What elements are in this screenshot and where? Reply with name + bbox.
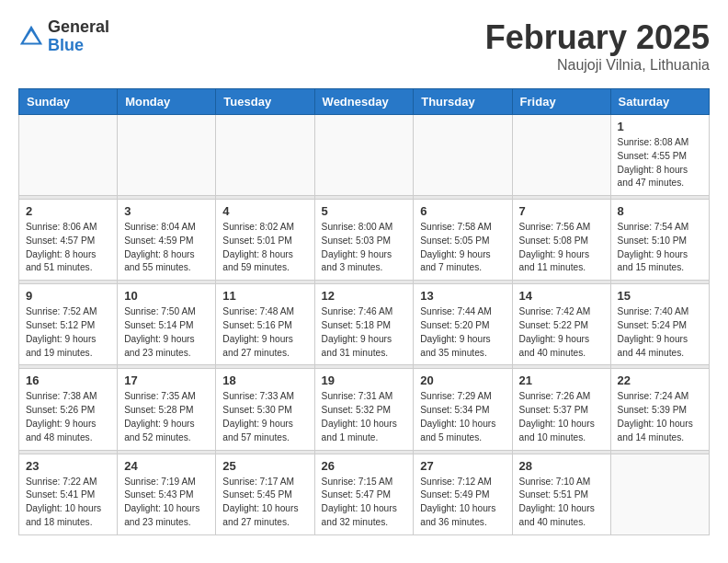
calendar-cell: 3Sunrise: 8:04 AM Sunset: 4:59 PM Daylig…: [118, 200, 216, 281]
day-number: 26: [322, 459, 407, 473]
day-number: 5: [322, 204, 407, 218]
calendar-cell: 19Sunrise: 7:31 AM Sunset: 5:32 PM Dayli…: [314, 369, 414, 450]
day-number: 9: [26, 289, 110, 303]
day-info: Sunrise: 7:22 AM Sunset: 5:41 PM Dayligh…: [26, 476, 110, 530]
day-info: Sunrise: 7:29 AM Sunset: 5:34 PM Dayligh…: [420, 390, 505, 444]
day-info: Sunrise: 7:44 AM Sunset: 5:20 PM Dayligh…: [420, 305, 505, 360]
day-info: Sunrise: 7:42 AM Sunset: 5:22 PM Dayligh…: [519, 305, 604, 360]
page-header: General Blue February 2025 Naujoji Vilni…: [18, 18, 710, 74]
month-title: February 2025: [485, 18, 710, 57]
calendar-week-1: 1Sunrise: 8:08 AM Sunset: 4:55 PM Daylig…: [19, 115, 710, 196]
day-number: 12: [322, 289, 407, 303]
day-number: 7: [519, 204, 604, 218]
day-number: 16: [26, 373, 110, 387]
calendar-cell: 22Sunrise: 7:24 AM Sunset: 5:39 PM Dayli…: [610, 369, 709, 450]
calendar-cell: [216, 115, 314, 196]
day-info: Sunrise: 8:04 AM Sunset: 4:59 PM Dayligh…: [124, 221, 209, 275]
calendar-cell: [512, 115, 610, 196]
calendar-cell: 15Sunrise: 7:40 AM Sunset: 5:24 PM Dayli…: [610, 284, 709, 365]
day-number: 19: [322, 373, 407, 387]
day-info: Sunrise: 7:46 AM Sunset: 5:18 PM Dayligh…: [322, 305, 407, 360]
calendar-cell: [19, 115, 118, 196]
day-info: Sunrise: 7:10 AM Sunset: 5:51 PM Dayligh…: [519, 476, 604, 530]
day-header-saturday: Saturday: [610, 89, 709, 115]
calendar-cell: 5Sunrise: 8:00 AM Sunset: 5:03 PM Daylig…: [314, 200, 414, 281]
day-header-tuesday: Tuesday: [216, 89, 314, 115]
day-number: 25: [222, 459, 307, 473]
logo: General Blue: [18, 18, 109, 55]
calendar-cell: 9Sunrise: 7:52 AM Sunset: 5:12 PM Daylig…: [19, 284, 118, 365]
day-number: 18: [222, 373, 307, 387]
day-number: 8: [618, 204, 702, 218]
calendar-week-2: 2Sunrise: 8:06 AM Sunset: 4:57 PM Daylig…: [19, 200, 710, 281]
day-info: Sunrise: 7:33 AM Sunset: 5:30 PM Dayligh…: [222, 390, 307, 444]
calendar-cell: 27Sunrise: 7:12 AM Sunset: 5:49 PM Dayli…: [414, 454, 512, 534]
day-header-friday: Friday: [512, 89, 610, 115]
day-info: Sunrise: 7:15 AM Sunset: 5:47 PM Dayligh…: [322, 476, 407, 530]
calendar-cell: 28Sunrise: 7:10 AM Sunset: 5:51 PM Dayli…: [512, 454, 610, 534]
logo-icon: [18, 24, 44, 50]
day-info: Sunrise: 8:00 AM Sunset: 5:03 PM Dayligh…: [322, 221, 407, 275]
day-info: Sunrise: 8:02 AM Sunset: 5:01 PM Dayligh…: [222, 221, 307, 275]
day-info: Sunrise: 7:26 AM Sunset: 5:37 PM Dayligh…: [519, 390, 604, 444]
calendar-cell: 17Sunrise: 7:35 AM Sunset: 5:28 PM Dayli…: [118, 369, 216, 450]
calendar-cell: 20Sunrise: 7:29 AM Sunset: 5:34 PM Dayli…: [414, 369, 512, 450]
calendar-cell: 21Sunrise: 7:26 AM Sunset: 5:37 PM Dayli…: [512, 369, 610, 450]
logo-text: General Blue: [48, 18, 109, 55]
calendar-cell: 8Sunrise: 7:54 AM Sunset: 5:10 PM Daylig…: [610, 200, 709, 281]
calendar-cell: 26Sunrise: 7:15 AM Sunset: 5:47 PM Dayli…: [314, 454, 414, 534]
day-number: 11: [222, 289, 307, 303]
day-number: 20: [420, 373, 505, 387]
day-info: Sunrise: 7:50 AM Sunset: 5:14 PM Dayligh…: [124, 305, 209, 360]
calendar-cell: 4Sunrise: 8:02 AM Sunset: 5:01 PM Daylig…: [216, 200, 314, 281]
day-info: Sunrise: 7:54 AM Sunset: 5:10 PM Dayligh…: [618, 221, 702, 275]
logo-general-text: General: [48, 18, 109, 37]
day-info: Sunrise: 7:40 AM Sunset: 5:24 PM Dayligh…: [618, 305, 702, 360]
calendar-cell: 25Sunrise: 7:17 AM Sunset: 5:45 PM Dayli…: [216, 454, 314, 534]
calendar-week-5: 23Sunrise: 7:22 AM Sunset: 5:41 PM Dayli…: [19, 454, 710, 534]
calendar-cell: 10Sunrise: 7:50 AM Sunset: 5:14 PM Dayli…: [118, 284, 216, 365]
day-number: 13: [420, 289, 505, 303]
logo-blue-text: Blue: [48, 37, 109, 55]
day-number: 23: [26, 459, 110, 473]
calendar-cell: 7Sunrise: 7:56 AM Sunset: 5:08 PM Daylig…: [512, 200, 610, 281]
location: Naujoji Vilnia, Lithuania: [485, 57, 710, 74]
day-info: Sunrise: 7:58 AM Sunset: 5:05 PM Dayligh…: [420, 221, 505, 275]
calendar-week-4: 16Sunrise: 7:38 AM Sunset: 5:26 PM Dayli…: [19, 369, 710, 450]
day-header-thursday: Thursday: [414, 89, 512, 115]
calendar-cell: [118, 115, 216, 196]
calendar-cell: [610, 454, 709, 534]
day-info: Sunrise: 7:24 AM Sunset: 5:39 PM Dayligh…: [618, 390, 702, 444]
calendar-cell: 12Sunrise: 7:46 AM Sunset: 5:18 PM Dayli…: [314, 284, 414, 365]
day-number: 21: [519, 373, 604, 387]
day-info: Sunrise: 7:31 AM Sunset: 5:32 PM Dayligh…: [322, 390, 407, 444]
day-info: Sunrise: 7:35 AM Sunset: 5:28 PM Dayligh…: [124, 390, 209, 444]
day-info: Sunrise: 7:48 AM Sunset: 5:16 PM Dayligh…: [222, 305, 307, 360]
day-info: Sunrise: 7:52 AM Sunset: 5:12 PM Dayligh…: [26, 305, 110, 360]
day-header-sunday: Sunday: [19, 89, 118, 115]
day-number: 3: [124, 204, 209, 218]
day-number: 6: [420, 204, 505, 218]
calendar-cell: [414, 115, 512, 196]
day-number: 10: [124, 289, 209, 303]
day-number: 17: [124, 373, 209, 387]
day-number: 27: [420, 459, 505, 473]
day-info: Sunrise: 7:19 AM Sunset: 5:43 PM Dayligh…: [124, 476, 209, 530]
day-info: Sunrise: 8:06 AM Sunset: 4:57 PM Dayligh…: [26, 221, 110, 275]
calendar-cell: 24Sunrise: 7:19 AM Sunset: 5:43 PM Dayli…: [118, 454, 216, 534]
day-info: Sunrise: 7:56 AM Sunset: 5:08 PM Dayligh…: [519, 221, 604, 275]
calendar-cell: 1Sunrise: 8:08 AM Sunset: 4:55 PM Daylig…: [610, 115, 709, 196]
day-number: 4: [222, 204, 307, 218]
calendar-cell: [314, 115, 414, 196]
day-number: 2: [26, 204, 110, 218]
day-info: Sunrise: 7:12 AM Sunset: 5:49 PM Dayligh…: [420, 476, 505, 530]
day-number: 15: [618, 289, 702, 303]
day-number: 1: [618, 120, 702, 133]
calendar-cell: 16Sunrise: 7:38 AM Sunset: 5:26 PM Dayli…: [19, 369, 118, 450]
day-header-wednesday: Wednesday: [314, 89, 414, 115]
day-number: 14: [519, 289, 604, 303]
day-info: Sunrise: 7:17 AM Sunset: 5:45 PM Dayligh…: [222, 476, 307, 530]
calendar-cell: 23Sunrise: 7:22 AM Sunset: 5:41 PM Dayli…: [19, 454, 118, 534]
title-block: February 2025 Naujoji Vilnia, Lithuania: [485, 18, 710, 74]
calendar-table: SundayMondayTuesdayWednesdayThursdayFrid…: [18, 88, 710, 535]
